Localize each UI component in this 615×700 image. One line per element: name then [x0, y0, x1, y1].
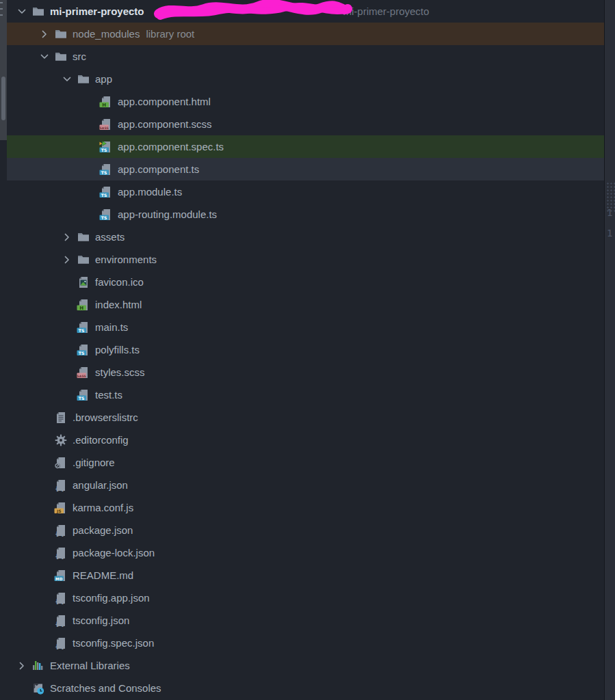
tree-row-src[interactable]: src: [7, 45, 604, 68]
tree-row-app-component-scss[interactable]: SASSapp.component.scss: [7, 113, 604, 135]
tree-item-label: External Libraries: [50, 660, 130, 671]
tree-row-styles-scss[interactable]: SASSstyles.scss: [7, 361, 604, 383]
image-file-icon: [77, 275, 90, 289]
project-tool-window: mi-primer-proyectomi-primer-proyecto nod…: [0, 0, 615, 700]
tree-item-label: app.component.spec.ts: [118, 141, 224, 152]
tree-row-app-routing-module-ts[interactable]: TSapp-routing.module.ts: [7, 203, 604, 226]
project-path: mi-primer-proyecto: [151, 0, 430, 23]
chevron-spacer: [35, 637, 54, 649]
svg-text:}: }: [61, 643, 64, 650]
left-edge-mark: [0, 14, 3, 16]
tree-row-tsconfig-app-json[interactable]: { }tsconfig.app.json: [7, 587, 604, 609]
tree-item-label: .gitignore: [73, 457, 115, 468]
tree-item-label: angular.json: [73, 479, 128, 491]
tree-item-label: tsconfig.app.json: [73, 592, 150, 604]
tree-item-label: app.component.html: [118, 96, 211, 107]
tree-row-karma-conf-js[interactable]: JSkarma.conf.js: [7, 496, 604, 519]
svg-text:TS: TS: [101, 147, 107, 152]
chevron-right-icon[interactable]: [57, 254, 77, 266]
tree-row-assets[interactable]: assets: [7, 226, 604, 248]
tree-row-tsconfig-json[interactable]: { }tsconfig.json: [7, 609, 604, 632]
svg-text:TS: TS: [101, 215, 107, 219]
tree-row-gitignore[interactable]: .gitignore: [7, 451, 604, 474]
chevron-right-icon[interactable]: [57, 231, 77, 243]
tree-row-main-ts[interactable]: TSmain.ts: [7, 316, 604, 338]
tree-row-package-lock-json[interactable]: { }package-lock.json: [7, 541, 604, 564]
chevron-spacer: [57, 344, 77, 356]
tree-row-app-component-spec-ts[interactable]: TSapp.component.spec.ts: [7, 135, 604, 158]
svg-text:TS: TS: [79, 395, 85, 400]
typescript-file-icon: TS: [99, 208, 113, 221]
chevron-spacer: [35, 502, 54, 514]
html-file-icon: H: [99, 95, 113, 109]
folder-icon: [77, 230, 90, 244]
typescript-file-icon: TS: [99, 185, 113, 199]
tree-row-external-libraries[interactable]: External Libraries: [7, 654, 604, 677]
svg-text:TS: TS: [79, 350, 85, 355]
text-file-icon: [54, 411, 68, 425]
sass-file-icon: SASS: [77, 366, 90, 379]
tree-item-label: app-routing.module.ts: [118, 208, 217, 220]
tree-item-label: app.module.ts: [118, 186, 182, 198]
chevron-right-icon[interactable]: [35, 28, 54, 40]
tree-row-node-modules[interactable]: node_moduleslibrary root: [7, 23, 604, 45]
chevron-spacer: [35, 569, 54, 582]
tree-item-label: main.ts: [95, 321, 128, 333]
left-edge-mark: [0, 2, 3, 3]
tree-item-label: index.html: [95, 299, 142, 310]
left-scrollbar-track: [0, 0, 7, 700]
chevron-spacer: [35, 615, 54, 627]
tree-item-label: app.component.ts: [118, 163, 199, 175]
chevron-down-icon[interactable]: [35, 51, 54, 63]
editor-line-number: 1: [607, 228, 612, 239]
svg-text:TS: TS: [79, 327, 85, 332]
tree-row-scratches-and-consoles[interactable]: Scratches and Consoles: [7, 677, 604, 699]
library-root-tag: library root: [146, 28, 194, 40]
tree-row-index-html[interactable]: Hindex.html: [7, 293, 604, 316]
tree-row-environments[interactable]: environments: [7, 248, 604, 271]
svg-text:}: }: [61, 598, 64, 605]
json-file-icon: { }: [54, 546, 68, 560]
js-file-icon: JS: [54, 501, 68, 515]
ts-spec-file-icon: TS: [99, 140, 113, 154]
external-libraries-icon: [31, 659, 45, 673]
svg-text:}: }: [61, 553, 64, 560]
chevron-right-icon[interactable]: [12, 660, 31, 672]
chevron-spacer: [80, 118, 99, 131]
tree-item-label: test.ts: [95, 389, 122, 401]
tree-row-favicon-ico[interactable]: favicon.ico: [7, 271, 604, 293]
tree-row-mi-primer-proyecto[interactable]: mi-primer-proyectomi-primer-proyecto: [7, 0, 604, 23]
tree-row-angular-json[interactable]: { }angular.json: [7, 474, 604, 496]
tree-row-package-json[interactable]: { }package.json: [7, 519, 604, 541]
tree-row-tsconfig-spec-json[interactable]: { }tsconfig.spec.json: [7, 632, 604, 654]
chevron-down-icon[interactable]: [12, 5, 31, 18]
project-tree: mi-primer-proyectomi-primer-proyecto nod…: [7, 0, 604, 700]
tree-item-label: README.md: [73, 569, 133, 581]
tree-item-label: node_modules: [73, 28, 140, 40]
svg-text:}: }: [61, 621, 64, 628]
tree-row-app[interactable]: app: [7, 68, 604, 90]
tree-row-app-component-ts[interactable]: TSapp.component.ts: [7, 158, 604, 180]
chevron-spacer: [35, 457, 54, 469]
left-scrollbar-thumb[interactable]: [1, 77, 5, 120]
svg-text:H: H: [102, 102, 106, 107]
tree-row-editorconfig[interactable]: .editorconfig: [7, 429, 604, 451]
tree-row-app-module-ts[interactable]: TSapp.module.ts: [7, 180, 604, 203]
tree-item-label: tsconfig.json: [73, 615, 129, 626]
tree-item-label: app.component.scss: [118, 118, 212, 130]
tree-row-readme-md[interactable]: MDREADME.md: [7, 564, 604, 587]
tree-row-test-ts[interactable]: TStest.ts: [7, 383, 604, 406]
json-file-icon: { }: [54, 591, 68, 605]
chevron-down-icon[interactable]: [57, 73, 77, 85]
chevron-spacer: [35, 547, 54, 559]
tree-row-browserslistrc[interactable]: .browserslistrc: [7, 406, 604, 429]
tree-item-label: styles.scss: [95, 366, 145, 378]
chevron-spacer: [57, 389, 77, 401]
tree-row-polyfills-ts[interactable]: TSpolyfills.ts: [7, 338, 604, 361]
tree-row-app-component-html[interactable]: Happ.component.html: [7, 90, 604, 113]
tree-item-label: polyfills.ts: [95, 344, 140, 355]
chevron-spacer: [80, 186, 99, 198]
svg-text:SASS: SASS: [100, 126, 109, 129]
tree-item-label: mi-primer-proyecto: [50, 5, 144, 17]
chevron-spacer: [80, 141, 99, 153]
